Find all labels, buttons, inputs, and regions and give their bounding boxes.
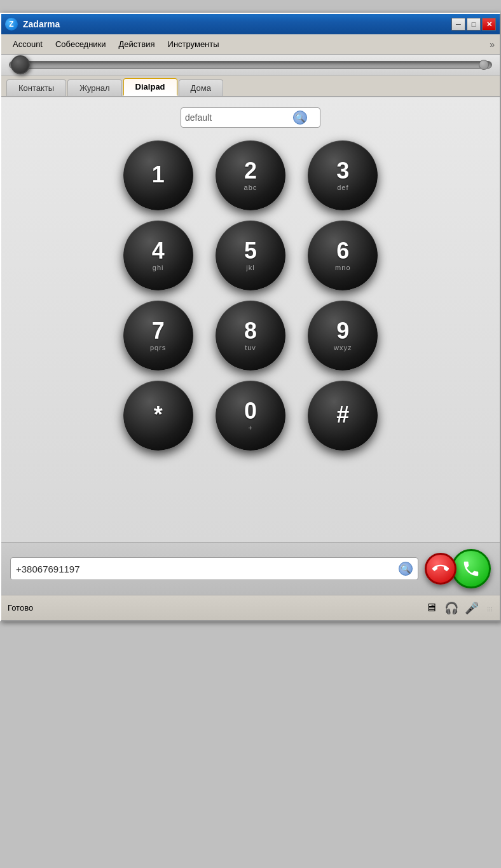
phone-search-button[interactable]: 🔍 bbox=[399, 562, 413, 576]
menu-account[interactable]: Account bbox=[6, 38, 49, 50]
tab-journal[interactable]: Журнал bbox=[67, 79, 121, 96]
dialpad-search-input[interactable] bbox=[185, 112, 293, 123]
maximize-button[interactable]: □ bbox=[467, 18, 481, 31]
volume-area bbox=[1, 55, 500, 76]
dialpad-search-wrap: 🔍 bbox=[181, 107, 320, 128]
dial-button-hash[interactable]: # bbox=[308, 381, 378, 451]
menu-bar: Account Собеседники Действия Инструменты… bbox=[1, 34, 500, 55]
volume-slider-track[interactable] bbox=[9, 61, 492, 69]
volume-slider-thumb[interactable] bbox=[11, 55, 30, 74]
resize-grip[interactable] bbox=[484, 604, 493, 613]
tab-contacts[interactable]: Контакты bbox=[6, 79, 66, 96]
menu-tools[interactable]: Инструменты bbox=[161, 38, 226, 50]
minimize-button[interactable]: ─ bbox=[451, 18, 465, 31]
monitor-icon[interactable]: 🖥 bbox=[423, 600, 439, 616]
dialpad-search-row: 🔍 bbox=[11, 107, 490, 128]
app-icon: Z bbox=[5, 18, 18, 31]
title-bar: Z Zadarma ─ □ ✕ bbox=[1, 14, 500, 34]
window-title: Zadarma bbox=[23, 19, 451, 29]
dial-button-2[interactable]: 2 abc bbox=[216, 140, 285, 210]
menu-actions[interactable]: Действия bbox=[113, 38, 161, 50]
status-bar: Готово 🖥 🎧 🎤 bbox=[1, 595, 500, 620]
dial-button-5[interactable]: 5 jkl bbox=[216, 220, 285, 290]
status-icons: 🖥 🎧 🎤 bbox=[423, 600, 493, 616]
headset-icon[interactable]: 🎧 bbox=[444, 600, 459, 616]
dial-button-7[interactable]: 7 pqrs bbox=[123, 301, 193, 370]
main-window: Z Zadarma ─ □ ✕ Account Собеседники Дейс… bbox=[0, 13, 501, 621]
dial-button-0[interactable]: 0 + bbox=[216, 381, 285, 451]
phone-input-wrap: 🔍 bbox=[10, 557, 418, 580]
call-bar: 🔍 bbox=[1, 542, 500, 595]
tab-dialpad[interactable]: Dialpad bbox=[123, 78, 177, 96]
phone-input[interactable] bbox=[16, 564, 399, 574]
window-controls: ─ □ ✕ bbox=[451, 18, 496, 31]
close-button[interactable]: ✕ bbox=[482, 18, 496, 31]
dialpad-search-button[interactable]: 🔍 bbox=[293, 111, 307, 125]
dial-button-4[interactable]: 4 ghi bbox=[123, 220, 193, 290]
dial-button-8[interactable]: 8 tuv bbox=[216, 301, 285, 370]
call-button[interactable] bbox=[451, 549, 491, 588]
volume-slider-end bbox=[479, 60, 489, 70]
dialpad-area: 🔍 1 2 abc 3 def 4 ghi 5 bbox=[1, 97, 500, 542]
microphone-icon[interactable]: 🎤 bbox=[464, 600, 479, 616]
dial-button-9[interactable]: 9 wxyz bbox=[308, 301, 378, 370]
hangup-button[interactable] bbox=[425, 553, 456, 585]
tab-home[interactable]: Дома bbox=[179, 79, 223, 96]
dial-button-3[interactable]: 3 def bbox=[308, 140, 378, 210]
call-buttons bbox=[425, 549, 491, 588]
dial-button-star[interactable]: * bbox=[123, 381, 193, 451]
dial-button-1[interactable]: 1 bbox=[123, 140, 193, 210]
menu-more-icon[interactable]: » bbox=[490, 39, 495, 50]
dialpad-grid: 1 2 abc 3 def 4 ghi 5 jkl 6 mno bbox=[117, 140, 384, 451]
status-text: Готово bbox=[8, 603, 423, 613]
dial-button-6[interactable]: 6 mno bbox=[308, 220, 378, 290]
tabs-bar: Контакты Журнал Dialpad Дома bbox=[1, 76, 500, 97]
menu-contacts[interactable]: Собеседники bbox=[49, 38, 113, 50]
